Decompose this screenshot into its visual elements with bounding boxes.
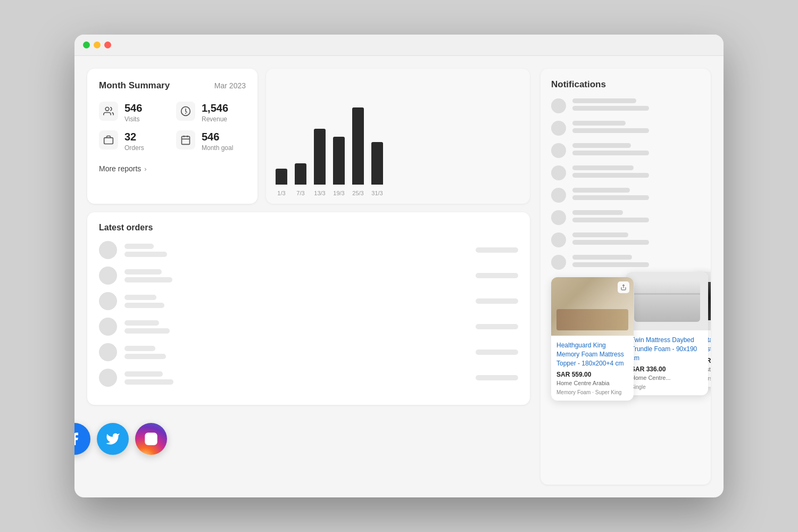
notif-line-main (572, 232, 628, 237)
notif-row-5 (551, 188, 700, 203)
visits-info: 546 Visits (124, 102, 142, 123)
order-amount-1 (476, 247, 518, 253)
left-panel: Month Summary Mar 2023 (87, 69, 530, 485)
order-amount-2 (476, 273, 518, 278)
revenue-value: 1,546 (202, 102, 228, 114)
month-summary-header: Month Summary Mar 2023 (99, 80, 246, 91)
notif-dot-6 (551, 210, 566, 225)
notif-row-6 (551, 210, 700, 225)
notif-line-sub (572, 151, 649, 155)
notif-row-7 (551, 232, 700, 247)
stat-visits: 546 Visits (99, 102, 169, 123)
share-icon[interactable] (618, 281, 629, 293)
top-row: Month Summary Mar 2023 (87, 69, 530, 204)
bar-label-7/3: 7/3 (295, 190, 306, 196)
facebook-icon[interactable] (74, 423, 90, 455)
bar-labels: 1/37/313/319/325/331/3 (276, 190, 520, 196)
order-lines-4 (124, 320, 468, 334)
bar-25/3 (352, 107, 364, 185)
latest-orders-title: Latest orders (99, 223, 518, 232)
bar-19/3 (333, 137, 345, 185)
order-row-5 (99, 343, 518, 361)
month-goal-info: 546 Month goal (202, 130, 233, 152)
notif-lines-7 (572, 232, 700, 247)
visits-value: 546 (124, 102, 142, 114)
product-name-1[interactable]: Healthguard King Memory Foam Mattress To… (556, 341, 628, 368)
notif-row-1 (551, 98, 700, 113)
order-row-1 (99, 241, 518, 259)
notif-line-main (572, 143, 631, 148)
order-detail-line (124, 303, 164, 308)
bar-31/3 (371, 142, 383, 185)
order-name-line (124, 244, 154, 249)
month-goal-label: Month goal (202, 144, 233, 152)
order-avatar-5 (99, 343, 117, 361)
notif-line-sub (572, 240, 649, 245)
twitter-icon[interactable] (97, 423, 129, 455)
notif-dot-4 (551, 165, 566, 180)
latest-orders-card: Latest orders (87, 212, 530, 405)
order-lines-1 (124, 244, 468, 257)
visits-icon (99, 102, 118, 121)
traffic-light-green[interactable] (83, 41, 90, 48)
revenue-label: Revenue (202, 115, 228, 123)
chevron-right-icon: › (144, 165, 146, 173)
instagram-icon[interactable] (135, 423, 167, 455)
stats-grid: 546 Visits (99, 102, 246, 152)
notif-line-sub (572, 173, 649, 178)
traffic-light-red[interactable] (104, 41, 111, 48)
notif-lines-3 (572, 143, 700, 158)
svg-rect-4 (104, 138, 113, 144)
order-name-line (124, 371, 163, 377)
bar-1/3 (276, 169, 287, 185)
order-avatar-3 (99, 292, 117, 310)
notif-row-8 (551, 255, 700, 270)
order-detail-line (124, 252, 167, 257)
bar-chart: 1/37/313/319/325/331/3 (276, 79, 520, 196)
notif-dot-5 (551, 188, 566, 203)
bar-label-13/3: 13/3 (314, 190, 326, 196)
notif-line-main (572, 255, 632, 260)
product-seller-1: Home Centre Arabia (556, 380, 628, 386)
orders-label: Orders (124, 144, 144, 152)
bar-7/3 (295, 163, 306, 185)
order-detail-line (124, 379, 173, 385)
order-row-2 (99, 267, 518, 285)
notif-lines-2 (572, 121, 700, 136)
order-avatar-2 (99, 267, 117, 285)
title-bar (74, 35, 724, 56)
order-row-6 (99, 369, 518, 387)
month-goal-value: 546 (202, 130, 233, 143)
visits-label: Visits (124, 115, 142, 123)
notif-row-4 (551, 165, 700, 180)
month-goal-icon (176, 130, 195, 149)
notif-lines-8 (572, 255, 700, 270)
notif-lines-1 (572, 98, 700, 113)
orders-value: 32 (124, 130, 144, 143)
product-name-2[interactable]: Twin Mattress Daybed Trundle Foam - 90x1… (631, 336, 703, 362)
more-reports-label: More reports (99, 164, 141, 173)
order-name-line (124, 269, 162, 275)
order-detail-line (124, 277, 172, 282)
bar-13/3 (314, 129, 326, 185)
notif-line-main (572, 188, 630, 193)
notif-dot-7 (551, 232, 566, 247)
product-card-2: Twin Mattress Daybed Trundle Foam - 90x1… (626, 272, 708, 395)
order-row-3 (99, 292, 518, 310)
notif-dot-2 (551, 121, 566, 136)
order-lines-5 (124, 346, 468, 359)
bar-label-31/3: 31/3 (371, 190, 383, 196)
notif-row-2 (551, 121, 700, 136)
order-amount-3 (476, 298, 518, 304)
stat-orders: 32 Orders (99, 130, 169, 152)
browser-window: Month Summary Mar 2023 (74, 35, 724, 497)
notif-lines-5 (572, 188, 700, 203)
more-reports-link[interactable]: More reports › (99, 162, 246, 173)
traffic-light-yellow[interactable] (94, 41, 101, 48)
stat-month-goal: 546 Month goal (176, 130, 246, 152)
product-seller-2: Home Centre... (631, 375, 703, 381)
notif-line-main (572, 98, 636, 103)
month-summary-card: Month Summary Mar 2023 (87, 69, 257, 204)
order-avatar-6 (99, 369, 117, 387)
product-tag-1: Memory Foam · Super King (556, 389, 628, 395)
